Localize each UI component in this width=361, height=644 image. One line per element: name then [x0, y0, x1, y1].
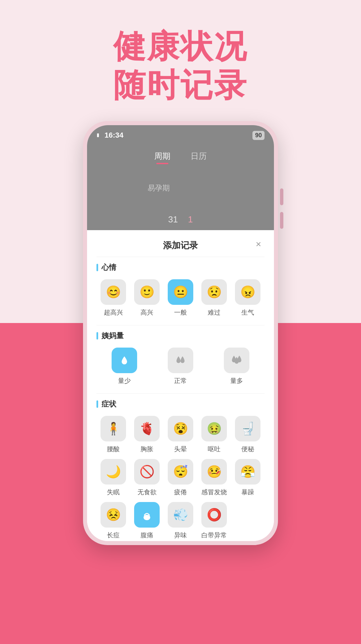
symptom-icon-acne: 😣: [101, 502, 126, 528]
date-31: 31: [168, 214, 178, 225]
tab-calendar-label: 日历: [191, 151, 207, 160]
hero-section: 健康状况 随时记录: [0, 27, 361, 104]
symptoms-title-text: 症状: [102, 399, 116, 409]
flow-icon-normal: [168, 348, 193, 373]
symptom-icon-constipation: 🚽: [235, 416, 260, 441]
time-display: 16:34: [105, 131, 123, 140]
symptom-no-appetite[interactable]: 🚫 无食欲: [130, 459, 164, 497]
symptom-icon-odor: 💨: [168, 502, 193, 528]
battery-value: 90: [255, 132, 262, 139]
symptom-fatigue[interactable]: 😴 疲倦: [164, 459, 197, 497]
calendar-area: 易孕期 31 1: [87, 170, 274, 230]
symptoms-grid: 🧍 腰酸 🫀 胸胀 😵 头晕 🤢 呕吐: [96, 416, 265, 540]
symptom-icon-abdominal-pain: [134, 502, 160, 528]
symptom-icon-bloating: 🫀: [134, 416, 160, 441]
calendar-header: 周期 日历: [87, 145, 274, 170]
flow-label-light: 量少: [118, 377, 131, 385]
mood-label-sad: 难过: [208, 308, 220, 317]
symptom-backache[interactable]: 🧍 腰酸: [96, 416, 130, 454]
symptom-label-fever: 感冒发烧: [201, 488, 227, 497]
symptom-insomnia[interactable]: 🌙 失眠: [96, 459, 130, 497]
side-btn-2: [280, 212, 283, 229]
flow-icon-light: [112, 348, 137, 373]
symptom-label-insomnia: 失眠: [107, 488, 120, 497]
tab-calendar[interactable]: 日历: [191, 151, 207, 164]
tab-period-label: 周期: [154, 151, 170, 160]
mood-item-2[interactable]: 🙂 高兴: [130, 279, 164, 317]
phone-mockup: 16:34 90 周期 日历 易孕期: [83, 121, 278, 545]
mood-item-4[interactable]: 😟 难过: [197, 279, 231, 317]
flow-item-1[interactable]: 量少: [96, 348, 153, 385]
notch: [154, 125, 207, 137]
symptom-label-discharge: 白带异常: [201, 531, 227, 540]
symptom-nausea[interactable]: 🤢 呕吐: [197, 416, 231, 454]
mood-item-5[interactable]: 😠 生气: [231, 279, 265, 317]
side-btn-1: [280, 188, 283, 205]
symptom-constipation[interactable]: 🚽 便秘: [231, 416, 265, 454]
symptom-label-dizziness: 头晕: [174, 445, 187, 454]
mood-icon-neutral: 😐: [168, 279, 193, 305]
mood-section: 心情 😊 超高兴 🙂 高兴: [87, 257, 274, 325]
flow-title-text: 姨妈量: [102, 331, 124, 341]
symptom-irritable[interactable]: 😤 暴躁: [231, 459, 265, 497]
symptom-odor[interactable]: 💨 异味: [164, 502, 197, 540]
symptom-icon-dizziness: 😵: [168, 416, 193, 441]
phone-outer: 16:34 90 周期 日历 易孕期: [83, 121, 278, 545]
symptom-label-odor: 异味: [174, 531, 187, 540]
modal-title: 添加记录: [163, 240, 198, 251]
symptom-icon-discharge: ⭕: [201, 502, 227, 528]
close-button[interactable]: ×: [252, 238, 265, 250]
flow-section: 姨妈量 量少: [87, 325, 274, 393]
flow-item-3[interactable]: 量多: [208, 348, 265, 385]
symptom-label-backache: 腰酸: [107, 445, 120, 454]
phone-inner: 16:34 90 周期 日历 易孕期: [87, 125, 274, 541]
symptom-discharge[interactable]: ⭕ 白带异常: [197, 502, 231, 540]
symptom-icon-backache: 🧍: [101, 416, 126, 441]
flow-item-2[interactable]: 正常: [153, 348, 209, 385]
symptom-label-nausea: 呕吐: [208, 445, 220, 454]
mood-grid: 😊 超高兴 🙂 高兴 😐 一般: [96, 279, 265, 317]
date-1: 1: [188, 214, 193, 225]
mood-label-happy: 高兴: [141, 308, 153, 317]
symptom-abdominal-pain[interactable]: 腹痛: [130, 502, 164, 540]
mood-icon-angry: 😠: [235, 279, 260, 305]
symptom-icon-no-appetite: 🚫: [134, 459, 160, 485]
symptom-label-constipation: 便秘: [241, 445, 254, 454]
symptoms-section: 症状 🧍 腰酸 🫀 胸胀 😵: [87, 394, 274, 541]
symptom-icon-nausea: 🤢: [201, 416, 227, 441]
mood-item-3[interactable]: 😐 一般: [164, 279, 197, 317]
symptom-acne[interactable]: 😣 长痘: [96, 502, 130, 540]
tab-period[interactable]: 周期: [154, 151, 170, 164]
date-row: 31 1: [168, 214, 193, 225]
modal-sheet: 添加记录 × 心情 😊 超高兴: [87, 230, 274, 541]
symptom-dizziness[interactable]: 😵 头晕: [164, 416, 197, 454]
mood-label-very-happy: 超高兴: [104, 308, 123, 317]
flow-label-heavy: 量多: [230, 377, 243, 385]
symptom-label-acne: 长痘: [107, 531, 120, 540]
flow-icon-heavy: [224, 348, 249, 373]
hero-line1: 健康状况: [113, 28, 248, 64]
mood-item-1[interactable]: 😊 超高兴: [96, 279, 130, 317]
mood-icon-happy: 🙂: [134, 279, 160, 305]
symptom-label-no-appetite: 无食欲: [137, 488, 157, 497]
symptom-bloating[interactable]: 🫀 胸胀: [130, 416, 164, 454]
flow-section-title: 姨妈量: [96, 331, 265, 341]
side-buttons: [280, 188, 283, 229]
tab-bar[interactable]: 周期 日历: [87, 151, 274, 170]
symptom-icon-fatigue: 😴: [168, 459, 193, 485]
flow-grid: 量少 正常: [96, 348, 265, 385]
mood-title-text: 心情: [102, 262, 116, 273]
hero-title: 健康状况 随时记录: [0, 27, 361, 104]
symptom-icon-irritable: 😤: [235, 459, 260, 485]
mood-icon-very-happy: 😊: [101, 279, 126, 305]
symptom-label-fatigue: 疲倦: [174, 488, 187, 497]
hero-line2: 随时记录: [113, 67, 248, 103]
symptom-fever[interactable]: 🤒 感冒发烧: [197, 459, 231, 497]
symptom-label-abdominal-pain: 腹痛: [141, 531, 153, 540]
svg-rect-0: [97, 134, 99, 137]
symptom-label-bloating: 胸胀: [141, 445, 153, 454]
mood-label-angry: 生气: [241, 308, 254, 317]
flow-label-normal: 正常: [174, 377, 187, 385]
mood-section-title: 心情: [96, 262, 265, 273]
modal-header: 添加记录 ×: [87, 230, 274, 257]
